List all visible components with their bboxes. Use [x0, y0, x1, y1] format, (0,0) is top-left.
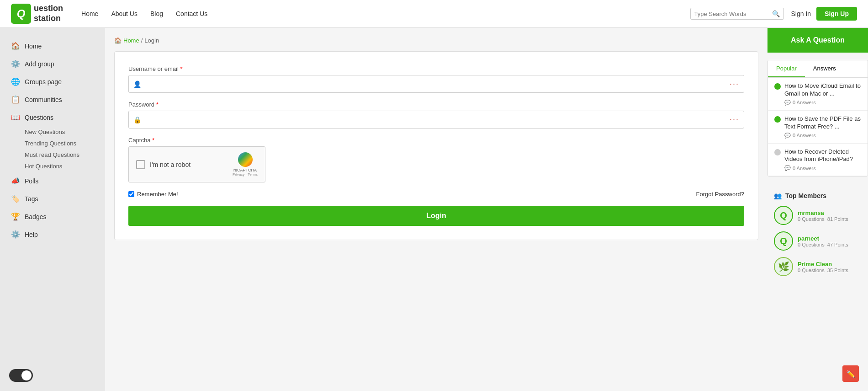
polls-icon: 📣 [11, 177, 20, 185]
sign-in-link[interactable]: Sign In [791, 10, 811, 17]
search-input[interactable] [694, 11, 772, 17]
sidebar-item-help[interactable]: ⚙️ Help [0, 225, 105, 243]
question-answers-0: 💬 0 Answers [784, 100, 861, 106]
remember-text: Remember Me! [137, 191, 178, 198]
sidebar-sub-questions: New Questions Trending Questions Must re… [0, 126, 105, 172]
question-item-2: How to Recover Deleted Videos from iPhon… [768, 144, 868, 177]
sidebar-home-label: Home [25, 43, 42, 50]
logo-icon: Q [11, 4, 31, 24]
sidebar-polls-label: Polls [25, 177, 38, 185]
sidebar-item-addgroup[interactable]: ⚙️ Add group [0, 55, 105, 73]
sidebar-item-trending-questions[interactable]: Trending Questions [25, 138, 105, 149]
sidebar-item-must-read[interactable]: Must read Questions [25, 149, 105, 161]
sidebar-item-questions[interactable]: 📖 Questions [0, 108, 105, 126]
forgot-password-link[interactable]: Forgot Password? [696, 191, 745, 198]
sign-up-button[interactable]: Sign Up [816, 7, 857, 21]
tabs-header: Popular Answers [768, 60, 868, 78]
top-members-header: 👥 Top Members [774, 192, 862, 199]
sidebar-item-new-questions[interactable]: New Questions [25, 126, 105, 138]
captcha-logo: reCAPTCHA Privacy - Terms [233, 152, 258, 177]
sidebar-groups-label: Groups page [25, 78, 62, 86]
member-name-2[interactable]: Prime Clean [798, 261, 848, 268]
member-item-1: Q parneet 0 Questions 47 Points [774, 231, 862, 251]
sidebar-help-label: Help [25, 231, 38, 238]
captcha-checkbox[interactable] [136, 160, 145, 169]
help-icon: ⚙️ [11, 230, 20, 239]
badges-icon: 🏆 [11, 212, 20, 221]
sidebar-badges-label: Badges [25, 213, 46, 220]
captcha-privacy: Privacy - Terms [233, 172, 258, 177]
tab-popular[interactable]: Popular [768, 60, 805, 77]
tab-answers[interactable]: Answers [805, 60, 844, 77]
member-info-1: parneet 0 Questions 47 Points [798, 235, 848, 247]
question-title-2[interactable]: How to Recover Deleted Videos from iPhon… [784, 148, 861, 164]
tabs-area: Popular Answers How to Move iCloud Email… [767, 60, 868, 177]
sidebar-item-polls[interactable]: 📣 Polls [0, 172, 105, 190]
sidebar-item-home[interactable]: 🏠 Home [0, 37, 105, 55]
password-input[interactable] [145, 116, 730, 123]
avatar-icon-1: Q [780, 236, 787, 246]
login-button[interactable]: Login [128, 206, 744, 226]
member-item-0: Q mrmansa 0 Questions 81 Points [774, 206, 862, 225]
sidebar-item-groups[interactable]: 🌐 Groups page [0, 73, 105, 91]
breadcrumb-home-link[interactable]: Home [123, 37, 139, 44]
remember-label[interactable]: Remember Me! [128, 191, 178, 198]
captcha-box[interactable]: I'm not a robot reCAPTCHA Privacy - Term… [128, 146, 265, 182]
header: Q uestion station Home About Us Blog Con… [0, 0, 868, 28]
communities-icon: 📋 [11, 95, 20, 104]
edit-fab-button[interactable]: ✏️ [842, 365, 859, 382]
chat-icon-0: 💬 [784, 100, 791, 106]
password-group: Password * 🔒 ··· [128, 101, 744, 129]
question-title-1[interactable]: How to Save the PDF File as Text Format … [784, 115, 861, 131]
top-members-section: 👥 Top Members Q mrmansa 0 Questions 81 P… [767, 186, 868, 289]
right-sidebar: Ask A Question Popular Answers How to Mo… [767, 28, 868, 391]
member-avatar-2: 🌿 [774, 257, 793, 276]
username-dots: ··· [730, 79, 739, 89]
question-dot-2 [774, 149, 781, 155]
captcha-label: Captcha * [128, 137, 744, 144]
search-area: 🔍 [690, 8, 784, 20]
groups-icon: 🌐 [11, 77, 20, 86]
member-name-0[interactable]: mrmansa [798, 209, 848, 216]
addgroup-icon: ⚙️ [11, 59, 20, 68]
avatar-icon-0: Q [780, 210, 787, 221]
nav-home[interactable]: Home [81, 10, 98, 17]
sidebar-item-communities[interactable]: 📋 Communities [0, 91, 105, 108]
member-stats-2: 0 Questions 35 Points [798, 268, 848, 273]
question-item-0: How to Move iCloud Email to Gmail on Mac… [768, 78, 868, 111]
ask-question-button[interactable]: Ask A Question [767, 28, 868, 53]
password-label: Password * [128, 101, 744, 108]
search-button[interactable]: 🔍 [772, 10, 780, 17]
nav-contact[interactable]: Contact Us [176, 10, 207, 17]
main-content: 🏠 Home / Login Username or email * 👤 ··· [105, 28, 767, 391]
password-dots: ··· [730, 115, 739, 124]
sidebar-item-hot-questions[interactable]: Hot Questions [25, 161, 105, 172]
member-info-2: Prime Clean 0 Questions 35 Points [798, 261, 848, 273]
recaptcha-logo [238, 152, 253, 167]
logo[interactable]: Q uestion station [11, 4, 63, 24]
sidebar-tags-label: Tags [25, 195, 38, 203]
nav-about[interactable]: About Us [111, 10, 138, 17]
member-name-1[interactable]: parneet [798, 235, 848, 242]
remember-checkbox[interactable] [128, 191, 134, 197]
toggle-circle [21, 370, 32, 380]
member-stats-1: 0 Questions 47 Points [798, 242, 848, 247]
sidebar-item-badges[interactable]: 🏆 Badges [0, 208, 105, 225]
question-dot-0 [774, 83, 781, 90]
tags-icon: 🏷️ [11, 194, 20, 203]
login-card: Username or email * 👤 ··· Password * 🔒 ·… [114, 51, 758, 240]
sidebar-communities-label: Communities [25, 96, 62, 103]
username-input[interactable] [145, 80, 730, 88]
nav-blog[interactable]: Blog [150, 10, 163, 17]
sidebar-item-tags[interactable]: 🏷️ Tags [0, 190, 105, 208]
member-stats-0: 0 Questions 81 Points [798, 216, 848, 222]
dark-mode-toggle[interactable] [9, 369, 33, 382]
avatar-icon-2: 🌿 [778, 261, 789, 272]
breadcrumb: 🏠 Home / Login [114, 37, 758, 44]
question-title-0[interactable]: How to Move iCloud Email to Gmail on Mac… [784, 82, 861, 98]
password-required: * [156, 101, 159, 108]
lock-icon: 🔒 [133, 116, 141, 123]
captcha-required: * [152, 137, 154, 144]
question-content-1: How to Save the PDF File as Text Format … [784, 115, 861, 139]
question-item-1: How to Save the PDF File as Text Format … [768, 111, 868, 144]
